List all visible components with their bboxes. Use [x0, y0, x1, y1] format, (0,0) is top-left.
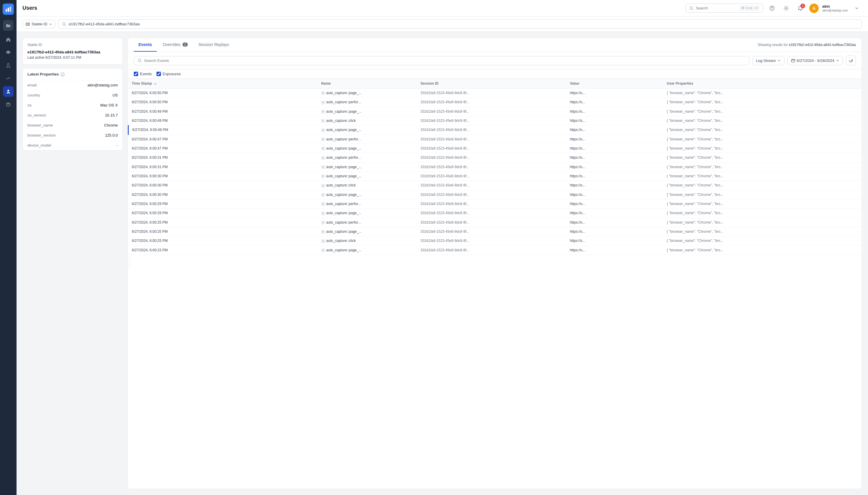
sidebar-item-database[interactable]: [3, 99, 14, 110]
table-row[interactable]: 6/27/2024, 6:00:48 PM auto_capture::page…: [128, 125, 862, 135]
event-name: auto_capture::perfor...: [318, 98, 417, 107]
last-active: Last active 6/27/2024, 6:07:11 PM: [28, 55, 118, 59]
table-row[interactable]: 6/27/2024, 6:00:25 PM auto_capture::clic…: [128, 236, 862, 245]
table-row[interactable]: 6/27/2024, 6:00:50 PM auto_capture::page…: [128, 88, 862, 98]
event-session-id: 332d1fa9-1523-45e8-9dc8-9f...: [417, 162, 566, 171]
sidebar-item-users[interactable]: [3, 86, 14, 97]
chevron-down-icon-small: [49, 23, 52, 25]
table-row[interactable]: 6/27/2024, 6:00:50 PM auto_capture::perf…: [128, 98, 862, 107]
id-search-row: Stable ID: [17, 17, 868, 32]
info-icon: [61, 72, 65, 76]
notification-badge: 2: [800, 3, 805, 8]
events-search-field[interactable]: [134, 56, 749, 65]
property-row: device_model -: [23, 140, 122, 151]
table-row[interactable]: 6/27/2024, 6:00:25 PM auto_capture::page…: [128, 227, 862, 236]
event-user-props: { "browser_name": "Chrome", "bro...: [664, 98, 862, 107]
user-menu-chevron[interactable]: [851, 3, 862, 14]
notifications-button[interactable]: 2: [795, 3, 806, 14]
event-user-props: { "browser_name": "Chrome", "bro...: [664, 171, 862, 181]
exposures-checkbox-label[interactable]: Exposures: [157, 72, 181, 76]
sidebar-folder-icon[interactable]: [3, 20, 14, 31]
event-value: https://s...: [566, 245, 663, 255]
table-row[interactable]: 6/27/2024, 6:00:47 PM auto_capture::page…: [128, 144, 862, 153]
events-checkbox-label[interactable]: Events: [134, 72, 152, 76]
table-row[interactable]: 6/27/2024, 6:00:29 PM auto_capture::perf…: [128, 199, 862, 208]
id-search-input[interactable]: [68, 22, 858, 26]
global-search-input[interactable]: [696, 6, 737, 10]
refresh-button[interactable]: [846, 55, 856, 66]
svg-point-4: [6, 103, 10, 104]
global-search-bar[interactable]: ⌘ Cmd + K: [686, 3, 763, 13]
tabs-row: Events Overrides 1 Session Replays Showi…: [128, 38, 862, 52]
date-range-filter[interactable]: 6/27/2024 - 6/28/2024: [787, 56, 843, 65]
event-value: https://s...: [566, 98, 663, 107]
left-panel: Stable ID e1917fb2-e412-45da-a841-bdfbac…: [22, 38, 123, 489]
table-row[interactable]: 6/27/2024, 6:00:25 PM auto_capture::perf…: [128, 218, 862, 227]
properties-list: email akin@statsig.com country US os Mac…: [23, 80, 122, 151]
events-checkbox[interactable]: [134, 72, 138, 76]
sidebar-item-layers[interactable]: [3, 47, 14, 58]
event-name: auto_capture::page_...: [318, 144, 417, 153]
sidebar-item-flask[interactable]: [3, 60, 14, 71]
table-row[interactable]: 6/27/2024, 6:00:29 PM auto_capture::page…: [128, 208, 862, 218]
log-stream-filter[interactable]: Log Stream: [752, 56, 784, 65]
main-area: Users ⌘ Cmd + K: [17, 0, 868, 495]
table-row[interactable]: 6/27/2024, 6:00:23 PM auto_capture::page…: [128, 245, 862, 255]
event-name: auto_capture::click: [318, 181, 417, 190]
event-timestamp: 6/27/2024, 6:00:50 PM: [128, 98, 318, 107]
event-name: auto_capture::page_...: [318, 88, 417, 98]
sidebar-item-analytics[interactable]: [3, 73, 14, 84]
exposures-checkbox[interactable]: [157, 72, 161, 76]
table-row[interactable]: 6/27/2024, 6:00:31 PM auto_capture::page…: [128, 162, 862, 171]
event-type-filters: Events Exposures: [128, 69, 862, 79]
settings-button[interactable]: [781, 3, 791, 14]
event-icon: [321, 174, 325, 178]
event-timestamp: 6/27/2024, 6:00:48 PM: [128, 125, 318, 135]
svg-point-7: [772, 9, 772, 10]
event-user-props: { "browser_name": "Chrome", "bro...: [664, 208, 862, 218]
right-panel: Events Overrides 1 Session Replays Showi…: [128, 38, 862, 489]
prop-key: email: [28, 83, 87, 87]
event-icon: [321, 221, 325, 224]
table-row[interactable]: 6/27/2024, 6:00:31 PM auto_capture::perf…: [128, 153, 862, 162]
event-value: https://s...: [566, 125, 663, 135]
events-search-input[interactable]: [144, 58, 746, 63]
svg-point-10: [27, 23, 28, 24]
event-value: https://s...: [566, 218, 663, 227]
events-table-container: Time Stamp Name Session ID Value User Pr…: [128, 79, 862, 489]
table-row[interactable]: 6/27/2024, 6:00:30 PM auto_capture::page…: [128, 171, 862, 181]
results-id: e1917fb2-e412-45da-a841-bdfbac7363aa: [789, 43, 856, 47]
help-button[interactable]: [767, 3, 777, 14]
sidebar-item-home[interactable]: [3, 34, 14, 45]
event-name: auto_capture::perfor...: [318, 135, 417, 144]
event-timestamp: 6/27/2024, 6:00:30 PM: [128, 171, 318, 181]
event-timestamp: 6/27/2024, 6:00:47 PM: [128, 144, 318, 153]
event-value: https://s...: [566, 116, 663, 125]
help-icon: [769, 5, 775, 11]
table-row[interactable]: 6/27/2024, 6:00:30 PM auto_capture::page…: [128, 190, 862, 199]
event-timestamp: 6/27/2024, 6:00:29 PM: [128, 208, 318, 218]
search-shortcut: ⌘ Cmd + K: [740, 5, 759, 11]
event-timestamp: 6/27/2024, 6:00:31 PM: [128, 153, 318, 162]
table-row[interactable]: 6/27/2024, 6:00:49 PM auto_capture::clic…: [128, 116, 862, 125]
event-session-id: 332d1fa9-1523-45e8-9dc8-9f...: [417, 181, 566, 190]
event-value: https://s...: [566, 208, 663, 218]
col-user-props: User Properties: [664, 79, 862, 88]
chevron-down-icon-date: [836, 59, 839, 62]
panel-collapse-handle[interactable]: [128, 258, 130, 269]
tab-events[interactable]: Events: [134, 38, 157, 52]
svg-point-8: [786, 7, 787, 9]
event-session-id: 332d1fa9-1523-45e8-9dc8-9f...: [417, 88, 566, 98]
event-user-props: { "browser_name": "Chrome", "bro...: [664, 107, 862, 116]
tab-session-replays-label: Session Replays: [198, 42, 229, 47]
tab-overrides[interactable]: Overrides 1: [158, 38, 193, 52]
event-icon: [321, 230, 325, 234]
table-row[interactable]: 6/27/2024, 6:00:49 PM auto_capture::page…: [128, 107, 862, 116]
table-row[interactable]: 6/27/2024, 6:00:47 PM auto_capture::perf…: [128, 135, 862, 144]
id-search-field[interactable]: [58, 19, 862, 29]
id-type-selector[interactable]: Stable ID: [22, 20, 55, 28]
table-row[interactable]: 6/27/2024, 6:00:30 PM auto_capture::clic…: [128, 181, 862, 190]
tab-session-replays[interactable]: Session Replays: [194, 38, 234, 52]
event-session-id: 332d1fa9-1523-45e8-9dc8-9f...: [417, 153, 566, 162]
col-timestamp: Time Stamp: [128, 79, 318, 88]
